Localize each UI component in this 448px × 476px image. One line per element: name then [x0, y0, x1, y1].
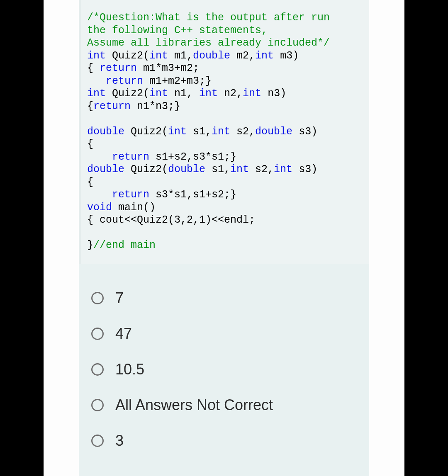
code-text: m1+m2+m3;} — [143, 75, 212, 87]
code-kw: int — [243, 87, 261, 100]
code-kw: int — [168, 126, 187, 138]
code-text: s1, — [187, 126, 212, 138]
code-text: Quiz2( — [106, 50, 149, 62]
code-kw: return — [112, 189, 149, 201]
code-kw: return — [106, 75, 143, 87]
code-text — [87, 75, 106, 87]
code-text: main() — [112, 202, 156, 214]
code-text: m1, — [168, 50, 193, 62]
option-label: All Answers Not Correct — [115, 396, 273, 414]
radio-icon[interactable] — [91, 328, 104, 340]
code-text: Quiz2( — [106, 87, 149, 100]
page: /*Question:What is the output after run … — [0, 0, 448, 476]
code-text: s3*s1,s1+s2;} — [149, 189, 236, 201]
code-text: m2, — [230, 50, 255, 62]
sheet: /*Question:What is the output after run … — [44, 0, 404, 476]
question-panel: /*Question:What is the output after run … — [79, 0, 369, 476]
code-kw: int — [230, 163, 249, 175]
code-text: Quiz2( — [124, 163, 168, 175]
code-text: s2, — [249, 163, 274, 175]
radio-icon[interactable] — [91, 435, 104, 447]
code-text: s2, — [230, 126, 255, 138]
answer-options: 7 47 10.5 All Answers Not Correct 3 — [79, 264, 369, 463]
code-content: /*Question:What is the output after run … — [81, 10, 369, 254]
code-kw: return — [112, 151, 149, 163]
code-kw: return — [93, 100, 131, 112]
code-text: { — [87, 62, 100, 74]
code-text: s3) — [292, 163, 317, 175]
code-kw: int — [212, 126, 230, 138]
code-kw: void — [87, 202, 112, 214]
option-label: 7 — [115, 289, 124, 307]
code-kw: int — [255, 50, 274, 62]
code-kw: double — [87, 126, 124, 138]
code-text: n1, — [168, 87, 199, 100]
code-text: m1*m3+m2; — [137, 62, 199, 74]
code-text — [87, 151, 112, 163]
option-row[interactable]: 3 — [91, 423, 361, 459]
code-text: s1, — [205, 163, 230, 175]
code-text: { — [87, 100, 93, 112]
code-kw: double — [193, 50, 230, 62]
code-text: n2, — [218, 87, 243, 100]
code-kw: int — [274, 163, 292, 175]
radio-icon[interactable] — [91, 363, 104, 376]
option-row[interactable]: 7 — [91, 280, 361, 316]
code-text: n3) — [261, 87, 286, 100]
code-text: s1+s2,s3*s1;} — [149, 151, 236, 163]
code-comment: Assume all libraries already included*/ — [87, 37, 330, 49]
code-text: { — [87, 138, 93, 150]
code-text: Quiz2( — [124, 126, 168, 138]
option-label: 10.5 — [115, 361, 144, 378]
code-kw: return — [100, 62, 137, 74]
option-row[interactable]: 10.5 — [91, 352, 361, 387]
code-kw: double — [87, 163, 124, 175]
code-text: m3) — [274, 50, 299, 62]
code-text: { — [87, 176, 93, 188]
code-text — [87, 189, 112, 201]
code-kw: int — [149, 50, 168, 62]
code-text: { cout<<Quiz2(3,2,1)<<endl; — [87, 214, 255, 226]
option-label: 3 — [115, 432, 124, 449]
code-kw: double — [255, 126, 292, 138]
code-kw: double — [168, 163, 205, 175]
code-kw: int — [87, 87, 106, 100]
option-row[interactable]: All Answers Not Correct — [91, 387, 361, 423]
code-text: n1*n3;} — [131, 100, 180, 112]
code-kw: int — [149, 87, 168, 100]
code-kw: int — [87, 50, 106, 62]
option-row[interactable]: 47 — [91, 316, 361, 352]
code-comment: /*Question:What is the output after run — [87, 12, 330, 24]
code-text: } — [87, 239, 93, 251]
radio-icon[interactable] — [91, 292, 104, 304]
code-kw: int — [199, 87, 218, 100]
code-comment: //end main — [93, 239, 156, 251]
code-text: s3) — [292, 126, 317, 138]
option-label: 47 — [115, 325, 132, 342]
radio-icon[interactable] — [91, 399, 104, 411]
code-comment: the following C++ statements, — [87, 24, 268, 36]
code-block: /*Question:What is the output after run … — [79, 0, 369, 264]
